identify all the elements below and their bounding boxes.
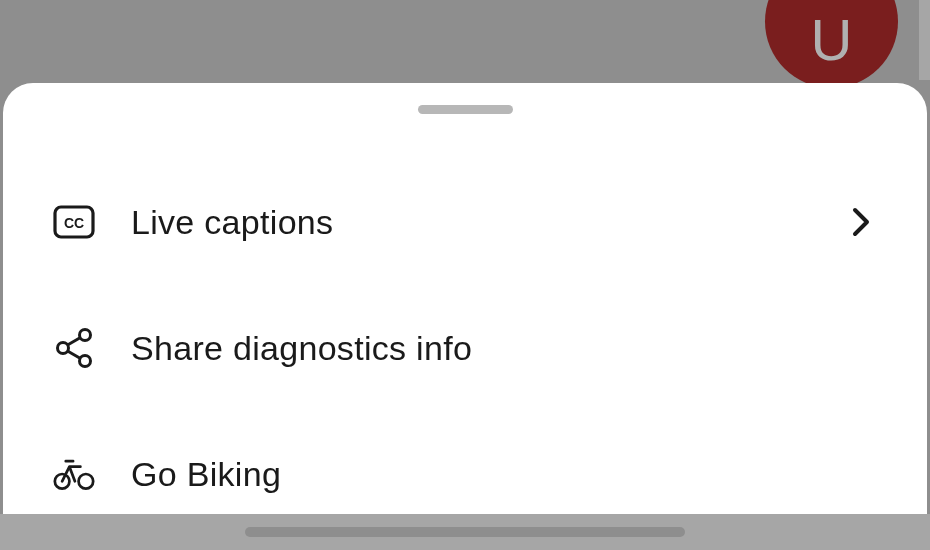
svg-line-6 xyxy=(68,351,81,359)
menu-item-label: Share diagnostics info xyxy=(131,329,877,368)
svg-point-8 xyxy=(79,474,94,489)
menu-item-live-captions[interactable]: CC Live captions xyxy=(53,159,877,285)
svg-text:CC: CC xyxy=(64,215,84,231)
menu-item-label: Go Biking xyxy=(131,455,877,494)
menu-list: CC Live captions Share diagnost xyxy=(3,159,927,537)
chevron-right-icon xyxy=(845,206,877,238)
share-icon xyxy=(53,327,95,369)
bottom-sheet: CC Live captions Share diagnost xyxy=(3,83,927,515)
menu-item-share-diagnostics[interactable]: Share diagnostics info xyxy=(53,285,877,411)
closed-captions-icon: CC xyxy=(53,201,95,243)
system-nav-bar xyxy=(0,514,930,550)
svg-line-5 xyxy=(68,338,81,346)
nav-pill[interactable] xyxy=(245,527,685,537)
svg-point-3 xyxy=(58,343,69,354)
drag-handle[interactable] xyxy=(418,105,513,114)
bike-icon xyxy=(53,453,95,495)
menu-item-label: Live captions xyxy=(131,203,845,242)
avatar-letter: U xyxy=(811,6,853,73)
backdrop-edge xyxy=(919,0,930,80)
